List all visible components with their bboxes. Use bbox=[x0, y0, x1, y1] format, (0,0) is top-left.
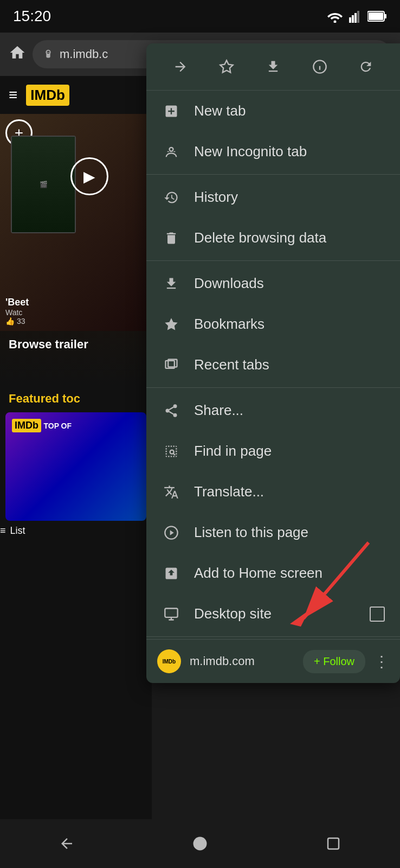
svg-point-0 bbox=[334, 21, 337, 23]
bookmarks-item[interactable]: Bookmarks bbox=[146, 304, 400, 344]
share-icon bbox=[162, 403, 181, 418]
find-in-page-label: Find in page bbox=[194, 443, 385, 459]
svg-rect-3 bbox=[354, 13, 357, 23]
imdb-top-label: IMDb TOP OF bbox=[12, 419, 72, 432]
status-bar: 15:20 bbox=[0, 0, 400, 33]
svg-point-22 bbox=[173, 404, 177, 408]
likes-count: 👍33 bbox=[5, 317, 29, 326]
svg-point-27 bbox=[170, 450, 174, 454]
hamburger-icon: ≡ bbox=[9, 86, 17, 104]
movie-poster: 🎬 bbox=[11, 136, 76, 233]
svg-marker-30 bbox=[170, 530, 174, 535]
svg-point-24 bbox=[173, 413, 177, 417]
desktop-site-label: Desktop site bbox=[194, 605, 357, 622]
delete-browsing-data-item[interactable]: Delete browsing data bbox=[146, 218, 400, 258]
browse-trailers: Browse trailer bbox=[0, 331, 152, 358]
history-item[interactable]: History bbox=[146, 177, 400, 218]
svg-marker-19 bbox=[165, 318, 177, 330]
bookmarks-label: Bookmarks bbox=[194, 316, 385, 333]
add-to-home-item[interactable]: Add to Home screen bbox=[146, 553, 400, 593]
imdb-header: ≡ IMDb bbox=[0, 76, 152, 114]
add-to-home-icon bbox=[162, 566, 181, 581]
url-text: m.imdb.c bbox=[60, 47, 108, 61]
share-label: Share... bbox=[194, 402, 385, 419]
svg-rect-38 bbox=[328, 838, 339, 849]
downloads-label: Downloads bbox=[194, 275, 385, 292]
svg-line-25 bbox=[169, 411, 173, 414]
status-icons bbox=[326, 10, 387, 23]
translate-item[interactable]: Translate... bbox=[146, 471, 400, 512]
new-tab-label: New tab bbox=[194, 103, 385, 119]
bg-content: ≡ IMDb + 🎬 ▶ 'Beet Watc 👍33 Browse trail… bbox=[0, 76, 152, 868]
translate-label: Translate... bbox=[194, 483, 385, 500]
home-button[interactable] bbox=[9, 44, 26, 65]
svg-rect-1 bbox=[349, 17, 351, 23]
new-tab-icon bbox=[162, 104, 181, 119]
divider-4 bbox=[146, 636, 400, 637]
featured-image: IMDb TOP OF bbox=[5, 412, 146, 521]
listen-icon bbox=[162, 525, 181, 540]
share-item[interactable]: Share... bbox=[146, 390, 400, 431]
svg-line-26 bbox=[169, 407, 173, 410]
svg-rect-18 bbox=[173, 150, 176, 151]
new-incognito-tab-label: New Incognito tab bbox=[194, 143, 385, 160]
desktop-site-checkbox[interactable] bbox=[370, 607, 385, 622]
info-button[interactable] bbox=[306, 53, 333, 80]
svg-rect-2 bbox=[352, 15, 354, 23]
home-nav-button[interactable] bbox=[178, 827, 222, 860]
site-url: m.imdb.com bbox=[190, 654, 294, 668]
site-logo: IMDb bbox=[157, 649, 181, 673]
divider-3 bbox=[146, 387, 400, 388]
svg-point-14 bbox=[170, 147, 173, 151]
download-button[interactable] bbox=[260, 53, 287, 80]
recent-tabs-item[interactable]: Recent tabs bbox=[146, 344, 400, 385]
play-button[interactable]: ▶ bbox=[70, 157, 108, 195]
movie-image: + 🎬 ▶ 'Beet Watc 👍33 bbox=[0, 114, 152, 331]
svg-rect-9 bbox=[46, 52, 50, 53]
dropdown-toolbar bbox=[146, 43, 400, 91]
follow-button[interactable]: + Follow bbox=[303, 650, 365, 673]
back-button[interactable] bbox=[45, 827, 88, 860]
watch-label: Watc bbox=[5, 308, 29, 317]
recent-apps-button[interactable] bbox=[312, 827, 355, 860]
featured-today: Featured toc bbox=[0, 385, 152, 412]
dropdown-menu: New tab New Incognito tab History bbox=[146, 43, 400, 683]
listen-to-page-item[interactable]: Listen to this page bbox=[146, 512, 400, 553]
nav-bar bbox=[0, 819, 400, 868]
delete-browsing-data-label: Delete browsing data bbox=[194, 229, 385, 246]
svg-line-28 bbox=[173, 454, 175, 455]
desktop-site-icon bbox=[162, 607, 181, 622]
svg-rect-17 bbox=[167, 150, 170, 151]
add-to-home-label: Add to Home screen bbox=[194, 565, 385, 582]
dropdown-bottom: IMDb m.imdb.com + Follow ⋮ bbox=[146, 639, 400, 683]
desktop-site-item[interactable]: Desktop site bbox=[146, 593, 400, 634]
downloads-item[interactable]: Downloads bbox=[146, 263, 400, 304]
incognito-icon bbox=[162, 144, 181, 159]
lock-icon bbox=[42, 48, 54, 60]
signal-icon bbox=[349, 10, 362, 23]
divider-2 bbox=[146, 260, 400, 261]
divider-1 bbox=[146, 174, 400, 175]
movie-title: 'Beet bbox=[5, 297, 29, 308]
status-time: 15:20 bbox=[13, 8, 51, 25]
more-button[interactable]: ⋮ bbox=[374, 653, 389, 671]
refresh-button[interactable] bbox=[352, 53, 379, 80]
bookmarks-icon bbox=[162, 317, 181, 332]
find-in-page-item[interactable]: Find in page bbox=[146, 431, 400, 471]
new-tab-item[interactable]: New tab bbox=[146, 91, 400, 131]
new-incognito-tab-item[interactable]: New Incognito tab bbox=[146, 131, 400, 172]
recent-tabs-label: Recent tabs bbox=[194, 356, 385, 373]
svg-rect-4 bbox=[357, 11, 359, 23]
wifi-icon bbox=[326, 10, 344, 23]
svg-rect-7 bbox=[384, 14, 386, 18]
top-of-label: TOP OF bbox=[43, 422, 72, 430]
listen-label: Listen to this page bbox=[194, 524, 385, 541]
downloads-icon bbox=[162, 276, 181, 291]
history-label: History bbox=[194, 189, 385, 206]
svg-rect-31 bbox=[165, 608, 177, 617]
movie-section: + 🎬 ▶ 'Beet Watc 👍33 Browse trailer bbox=[0, 114, 152, 385]
translate-icon bbox=[162, 484, 181, 500]
bookmark-button[interactable] bbox=[213, 53, 240, 80]
delete-icon bbox=[162, 231, 181, 246]
forward-button[interactable] bbox=[167, 53, 194, 80]
